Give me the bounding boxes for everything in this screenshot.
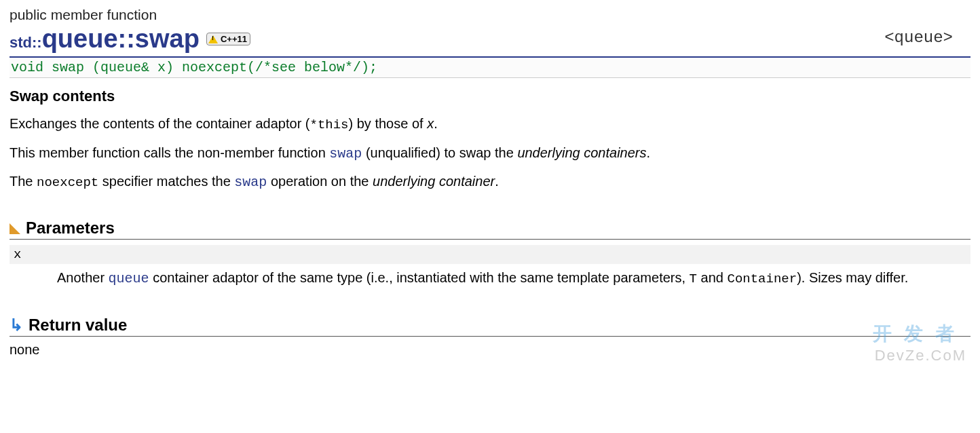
em-underlying-container: underlying container bbox=[373, 174, 495, 189]
title-namespace: std:: bbox=[10, 34, 42, 51]
title-main: queue::swap bbox=[42, 24, 200, 53]
function-signature: void swap (queue& x) noexcept(/*see belo… bbox=[11, 60, 377, 75]
cpp11-badge: C++11 bbox=[206, 33, 250, 45]
section-parameters-label: Parameters bbox=[26, 219, 115, 238]
code-this: *this bbox=[310, 117, 349, 132]
return-value-text: none bbox=[10, 341, 970, 359]
page-title: std::queue::swap C++11 bbox=[10, 24, 970, 54]
signature-block: void swap (queue& x) noexcept(/*see belo… bbox=[10, 56, 970, 78]
code-noexcept: noexcept bbox=[37, 175, 98, 190]
return-arrow-icon: ↲ bbox=[10, 316, 23, 335]
code-T: T bbox=[690, 271, 697, 286]
subtitle: Swap contents bbox=[10, 88, 970, 105]
badge-text: C++11 bbox=[221, 34, 247, 44]
section-parameters: Parameters bbox=[10, 219, 970, 240]
section-return-value: ↲ Return value bbox=[10, 316, 970, 337]
param-description: Another queue container adaptor of the s… bbox=[57, 268, 970, 288]
em-x: x bbox=[427, 116, 434, 131]
queue-link[interactable]: queue bbox=[109, 271, 149, 286]
triangle-ruler-icon bbox=[10, 223, 20, 234]
description-p2: This member function calls the non-membe… bbox=[10, 144, 970, 163]
parameters-list: x Another queue container adaptor of the… bbox=[10, 245, 970, 288]
swap-link-2[interactable]: swap bbox=[234, 174, 267, 190]
section-return-value-label: Return value bbox=[29, 316, 127, 335]
em-underlying-containers: underlying containers bbox=[517, 145, 646, 160]
swap-link[interactable]: swap bbox=[329, 146, 362, 162]
header-breadcrumb: <queue> bbox=[884, 29, 953, 47]
page-type-label: public member function bbox=[10, 7, 970, 23]
code-Container: Container bbox=[728, 271, 797, 286]
param-name: x bbox=[10, 245, 970, 264]
warning-triangle-icon bbox=[208, 35, 218, 43]
description-p1: Exchanges the contents of the container … bbox=[10, 115, 970, 134]
description-p3: The noexcept specifier matches the swap … bbox=[10, 172, 970, 192]
